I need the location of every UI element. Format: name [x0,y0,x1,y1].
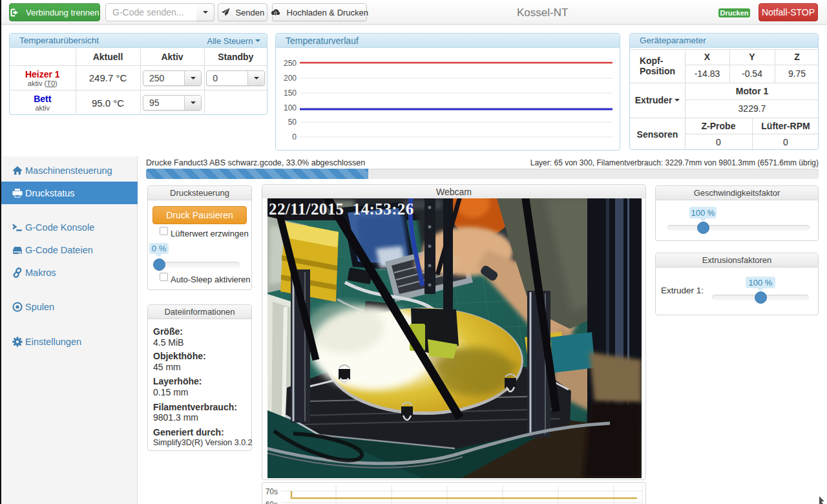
svg-text:150: 150 [284,89,297,98]
svg-text:22/11/2015 14:53:26: 22/11/2015 14:53:26 [269,200,414,218]
svg-text:50: 50 [288,118,297,127]
svg-text:60s: 60s [266,500,278,504]
svg-text:100: 100 [284,103,297,112]
svg-text:250: 250 [284,59,297,68]
svg-text:70s: 70s [266,487,278,496]
svg-text:200: 200 [284,74,297,83]
svg-text:0: 0 [292,132,297,142]
